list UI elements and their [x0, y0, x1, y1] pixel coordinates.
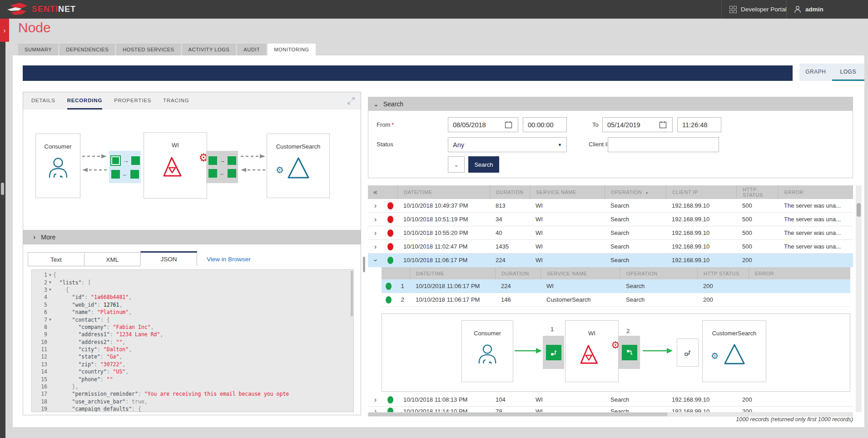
- client-ip-input[interactable]: [608, 137, 719, 152]
- developer-portal-link[interactable]: Developer Portal: [729, 0, 787, 19]
- endpoint-square[interactable]: [130, 170, 139, 179]
- expand-row-icon[interactable]: ›: [374, 229, 377, 237]
- endpoint-square[interactable]: [111, 170, 120, 179]
- cell-operation: Search: [605, 199, 666, 212]
- step-2-endpoint[interactable]: [619, 336, 640, 369]
- table-row[interactable]: ›10/10/2018 11:06:17 PM224WISearch192.16…: [368, 254, 853, 267]
- flow-node-consumer[interactable]: Consumer: [461, 320, 513, 382]
- panel-tab-tracing[interactable]: TRACING: [163, 92, 189, 110]
- search-options-button[interactable]: ⌄: [448, 156, 465, 173]
- sidebar-expand-button[interactable]: ›: [0, 19, 9, 42]
- detail-column-header-service-name[interactable]: SERVICE NAME: [541, 267, 620, 279]
- entity-tabs: SUMMARYDEPENDENCIESHOSTED SERVICESACTIVI…: [18, 44, 316, 55]
- panel-splitter-handle[interactable]: [363, 257, 365, 272]
- tab-audit[interactable]: AUDIT: [237, 44, 266, 55]
- table-row[interactable]: ›10/10/2018 11:02:47 PM1435WISearch192.1…: [368, 240, 853, 254]
- fold-icon[interactable]: ▼: [47, 318, 53, 322]
- expand-row-icon[interactable]: ›: [374, 216, 377, 223]
- table-row[interactable]: ›10/10/2018 11:08:13 PM104WISearch192.16…: [368, 393, 853, 407]
- toggle-logs[interactable]: LOGS: [832, 64, 865, 81]
- tab-monitoring[interactable]: MONITORING: [268, 44, 315, 55]
- tab-activity-logs[interactable]: ACTIVITY LOGS: [182, 44, 236, 55]
- cell-datetime: 10/10/2018 11:08:13 PM: [397, 393, 490, 406]
- tab-summary[interactable]: SUMMARY: [18, 44, 58, 55]
- toggle-graph[interactable]: GRAPH: [799, 64, 832, 81]
- column-header-http-status[interactable]: HTTP STATUS: [736, 185, 778, 199]
- table-row[interactable]: ›10/10/2018 10:51:19 PM34WISearch192.168…: [368, 213, 853, 226]
- table-row[interactable]: ›10/10/2018 10:55:20 PM40WISearch192.168…: [368, 226, 853, 240]
- search-button[interactable]: Search: [468, 156, 499, 173]
- table-vertical-scrollbar[interactable]: [856, 185, 862, 412]
- diagram-node-wi[interactable]: WI ⚙: [144, 132, 207, 199]
- outbound-endpoint-panel[interactable]: → ←: [206, 151, 238, 183]
- endpoint-square[interactable]: [228, 169, 236, 178]
- sidebar-scroll-marker[interactable]: [1, 183, 4, 195]
- endpoint-square[interactable]: [208, 169, 217, 178]
- expand-row-icon[interactable]: ›: [374, 396, 377, 403]
- request-response-arrows: [82, 154, 107, 172]
- to-time-input[interactable]: [677, 117, 721, 132]
- tab-hosted-services[interactable]: HOSTED SERVICES: [116, 44, 180, 55]
- diagram-node-customersearch[interactable]: CustomerSearch ⚙: [267, 134, 330, 198]
- outbound-endpoint-box[interactable]: [677, 338, 699, 367]
- line-number: 7: [32, 317, 47, 323]
- fold-icon[interactable]: ▼: [47, 273, 53, 277]
- green-arrow-icon: [643, 348, 673, 354]
- step-1-endpoint[interactable]: [543, 336, 564, 369]
- panel-tab-properties[interactable]: PROPERTIES: [114, 92, 151, 110]
- collapse-all-icon[interactable]: «: [368, 185, 383, 199]
- detail-column-header-http-status[interactable]: HTTP STATUS: [697, 267, 749, 279]
- status-select[interactable]: Any ▼: [448, 137, 567, 152]
- detail-column-header-error[interactable]: ERROR: [749, 267, 850, 279]
- content-tab-xml[interactable]: XML: [84, 252, 141, 266]
- scrollbar-thumb[interactable]: [368, 413, 668, 416]
- panel-tab-details[interactable]: DETAILS: [31, 92, 55, 110]
- expand-row-icon[interactable]: ›: [374, 243, 377, 250]
- to-date-input[interactable]: [602, 117, 673, 132]
- wi-service-icon: ⚙: [144, 155, 207, 179]
- chart-collapsed-bar[interactable]: [23, 65, 793, 81]
- diagram-node-consumer[interactable]: Consumer: [35, 134, 80, 198]
- column-header-service-name[interactable]: SERVICE NAME: [530, 185, 605, 199]
- view-in-browser-link[interactable]: View in Browser: [207, 252, 251, 266]
- column-header-client-ip[interactable]: CLIENT IP: [666, 185, 736, 199]
- endpoint-square[interactable]: [208, 156, 217, 165]
- more-section-toggle[interactable]: › More: [23, 230, 361, 244]
- from-date-input[interactable]: [448, 117, 518, 132]
- detail-column-header-duration[interactable]: DURATION: [495, 267, 541, 279]
- fold-icon[interactable]: ▼: [47, 280, 53, 284]
- detail-column-header-operation[interactable]: OPERATION: [620, 267, 697, 279]
- user-menu[interactable]: admin: [794, 0, 823, 19]
- cell-error: [778, 254, 853, 267]
- column-header-duration[interactable]: DURATION: [490, 185, 530, 199]
- content-tab-json[interactable]: JSON: [140, 251, 197, 266]
- brand[interactable]: SENTINET: [6, 2, 76, 16]
- inbound-endpoint-panel[interactable]: → ←: [109, 151, 141, 183]
- sidebar-expand-icon: ›: [4, 26, 6, 34]
- collapse-row-icon[interactable]: ›: [372, 259, 379, 261]
- column-header-error[interactable]: ERROR: [778, 185, 853, 199]
- status-column-header: [382, 267, 395, 279]
- expand-panel-icon[interactable]: [347, 97, 355, 105]
- fold-icon[interactable]: ▼: [47, 288, 53, 292]
- detail-table-row[interactable]: 210/10/2018 11:06:17 PM146CustomerSearch…: [382, 293, 850, 307]
- endpoint-square[interactable]: [228, 156, 236, 165]
- endpoint-square[interactable]: [131, 156, 140, 165]
- content-tab-text[interactable]: Text: [28, 252, 84, 266]
- endpoint-square-selected[interactable]: [110, 155, 121, 166]
- search-section-header[interactable]: ⌄ Search: [368, 97, 853, 111]
- flow-node-wi[interactable]: WI ⚙: [565, 320, 619, 382]
- panel-tab-recording[interactable]: RECORDING: [67, 92, 102, 110]
- detail-table-row[interactable]: 110/10/2018 11:06:17 PM224WISearch200: [382, 279, 850, 293]
- expand-row-icon[interactable]: ›: [374, 202, 377, 209]
- detail-column-header-date-time[interactable]: DATE/TIME: [410, 267, 495, 279]
- scrollbar-thumb[interactable]: [857, 203, 861, 217]
- table-row[interactable]: ›10/10/2018 10:49:37 PM813WISearch192.16…: [368, 199, 853, 213]
- column-header-date-time[interactable]: DATE/TIME: [397, 185, 490, 199]
- flow-node-customersearch[interactable]: CustomerSearch ⚙: [702, 320, 766, 382]
- column-header-operation[interactable]: OPERATION▲: [605, 185, 666, 199]
- code-scrollbar-thumb[interactable]: [351, 271, 353, 316]
- json-code-viewer[interactable]: 1▼{2▼ "lists": [3▼ {4 "id": "1a668b4481"…: [31, 269, 354, 412]
- tab-dependencies[interactable]: DEPENDENCIES: [60, 44, 115, 55]
- from-time-input[interactable]: [523, 117, 567, 132]
